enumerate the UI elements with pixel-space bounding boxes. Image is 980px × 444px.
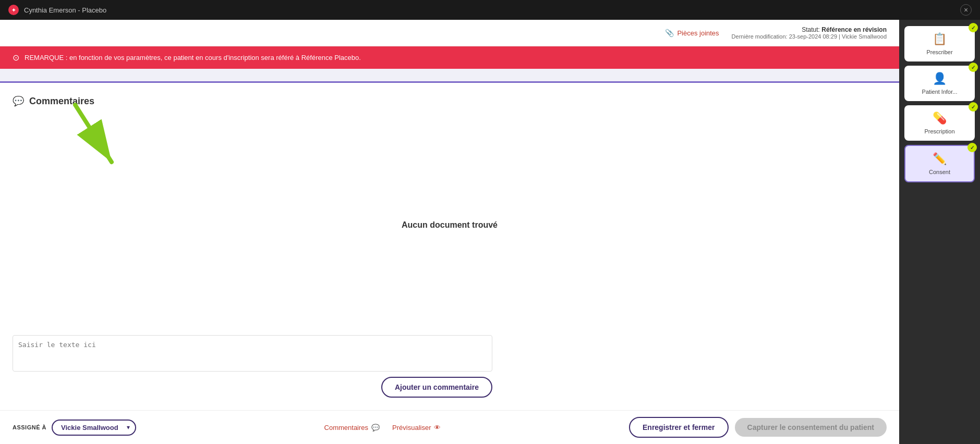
top-bar-actions: 📎 Pièces jointes Statut: Référence en ré… <box>665 26 887 40</box>
sidebar-item-prescriber[interactable]: ✓📋Prescriber <box>904 26 975 61</box>
arrow-indicator <box>65 100 127 172</box>
sidebar-icon-prescription: 💊 <box>933 112 947 125</box>
comments-link-label: Commentaires <box>324 424 369 431</box>
notice-text: REMARQUE : en fonction de vos paramètres… <box>25 54 361 61</box>
assigned-block: ASSIGNÉ À Vickie Smallwood <box>13 420 136 436</box>
no-document-text: Aucun document trouvé <box>402 220 498 230</box>
comment-actions: Ajouter un commentaire <box>13 377 492 398</box>
title-bar-left: ✦ Cynthia Emerson - Placebo <box>8 5 106 15</box>
notice-bar: ⊙ REMARQUE : en fonction de vos paramètr… <box>0 46 899 69</box>
comment-bubble-icon: 💬 <box>13 95 24 107</box>
sidebar-check-patient-infor: ✓ <box>969 63 978 72</box>
assigned-label: ASSIGNÉ À <box>13 424 46 430</box>
comments-header: 💬 Commentaires <box>13 95 887 107</box>
add-comment-button[interactable]: Ajouter un commentaire <box>381 377 492 398</box>
sidebar-check-consent: ✓ <box>967 143 977 152</box>
pieces-jointes-label: Pièces jointes <box>677 29 719 37</box>
bottom-bar: ASSIGNÉ À Vickie Smallwood Commentaires … <box>0 410 899 444</box>
sidebar-label-patient-infor: Patient Infor... <box>922 89 958 95</box>
status-label: Statut: <box>802 26 820 33</box>
top-bar: 📎 Pièces jointes Statut: Référence en ré… <box>0 20 899 46</box>
sidebar-item-patient-infor[interactable]: ✓👤Patient Infor... <box>904 66 975 101</box>
assigned-select-wrapper[interactable]: Vickie Smallwood <box>52 420 136 436</box>
status-block: Statut: Référence en révision Dernière m… <box>732 26 887 40</box>
app-logo: ✦ <box>8 5 19 15</box>
preview-link-label: Prévisualiser <box>392 424 431 431</box>
capture-consent-button: Capturer le consentement du patient <box>735 418 887 437</box>
notice-icon: ⊙ <box>13 53 19 63</box>
sidebar-icon-patient-infor: 👤 <box>933 72 947 85</box>
sidebar-label-prescriber: Prescriber <box>926 49 952 55</box>
preview-link[interactable]: Prévisualiser 👁 <box>392 424 441 431</box>
comments-section: 💬 Commentaires Aucun document tro <box>0 83 899 410</box>
sidebar-icon-prescriber: 📋 <box>933 32 947 46</box>
right-sidebar: ✓📋Prescriber✓👤Patient Infor...✓💊Prescrip… <box>899 20 980 444</box>
paperclip-icon: 📎 <box>665 29 674 37</box>
last-modified-value: 23-sep-2024 08:29 | Vickie Smallwood <box>789 33 887 40</box>
comments-link[interactable]: Commentaires 💬 <box>324 424 380 431</box>
comments-link-icon: 💬 <box>371 424 380 431</box>
sidebar-check-prescription: ✓ <box>969 102 978 112</box>
main-wrapper: 📎 Pièces jointes Statut: Référence en ré… <box>0 20 980 444</box>
pieces-jointes-link[interactable]: 📎 Pièces jointes <box>665 29 719 37</box>
title-bar: ✦ Cynthia Emerson - Placebo × <box>0 0 980 20</box>
close-button[interactable]: × <box>960 4 972 16</box>
progress-area <box>0 69 899 83</box>
preview-icon: 👁 <box>434 424 441 431</box>
sidebar-label-prescription: Prescription <box>924 128 954 134</box>
no-document-area: Aucun document trouvé <box>13 115 887 335</box>
bottom-center-actions: Commentaires 💬 Prévisualiser 👁 <box>324 424 441 431</box>
comment-input-area: Ajouter un commentaire <box>13 335 887 398</box>
status-value: Référence en révision <box>821 26 887 33</box>
center-panel: 📎 Pièces jointes Statut: Référence en ré… <box>0 20 899 444</box>
last-modified-label: Dernière modification: <box>732 33 788 40</box>
svg-line-1 <box>75 105 112 162</box>
comment-textarea[interactable] <box>13 335 492 372</box>
sidebar-item-prescription[interactable]: ✓💊Prescription <box>904 105 975 141</box>
sidebar-check-prescriber: ✓ <box>969 23 978 32</box>
status-line: Statut: Référence en révision <box>732 26 887 33</box>
sidebar-label-consent: Consent <box>929 169 950 175</box>
window-title: Cynthia Emerson - Placebo <box>24 6 106 14</box>
sidebar-icon-consent: ✏️ <box>933 152 947 166</box>
bottom-right-actions: Enregistrer et fermer Capturer le consen… <box>629 417 887 438</box>
assigned-select[interactable]: Vickie Smallwood <box>52 420 136 436</box>
save-close-button[interactable]: Enregistrer et fermer <box>629 417 729 438</box>
last-modified-line: Dernière modification: 23-sep-2024 08:29… <box>732 33 887 40</box>
sidebar-item-consent[interactable]: ✓✏️Consent <box>904 145 975 182</box>
